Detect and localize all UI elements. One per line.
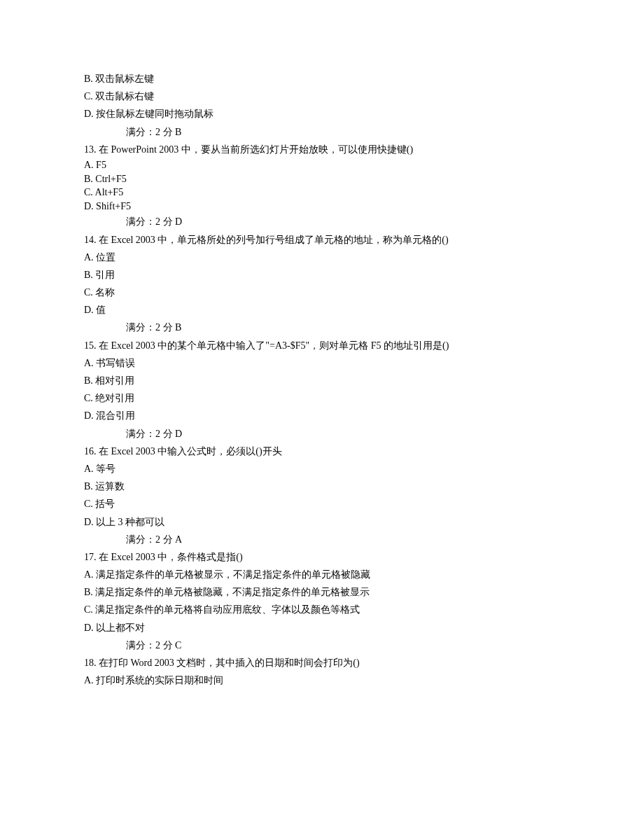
text-line: A. 等号 <box>84 460 560 478</box>
text-line: A. 打印时系统的实际日期和时间 <box>84 672 560 689</box>
text-line: 15. 在 Excel 2003 中的某个单元格中输入了"=A3-$F5"，则对… <box>84 337 560 354</box>
text-line: 满分：2 分 B <box>84 319 560 336</box>
text-line: 满分：2 分 D <box>84 213 560 230</box>
document-body: B. 双击鼠标左键C. 双击鼠标右键D. 按住鼠标左键同时拖动鼠标满分：2 分 … <box>84 70 560 689</box>
text-line: D. 混合引用 <box>84 407 560 424</box>
text-line: D. 值 <box>84 301 560 319</box>
text-line: 满分：2 分 D <box>84 425 560 443</box>
text-line: C. 名称 <box>84 284 560 301</box>
text-line: A. 位置 <box>84 249 560 266</box>
text-line: 13. 在 PowerPoint 2003 中，要从当前所选幻灯片开始放映，可以… <box>84 141 560 158</box>
text-line: D. 按住鼠标左键同时拖动鼠标 <box>84 105 560 123</box>
text-line: 17. 在 Excel 2003 中，条件格式是指() <box>84 548 560 566</box>
text-line: D. 以上 3 种都可以 <box>84 513 560 531</box>
text-line: 18. 在打印 Word 2003 文档时，其中插入的日期和时间会打印为() <box>84 654 560 672</box>
text-line: 满分：2 分 A <box>84 531 560 548</box>
text-line: D. 以上都不对 <box>84 619 560 637</box>
text-line: A. F5 <box>84 158 560 172</box>
text-line: B. 相对引用 <box>84 372 560 389</box>
text-line: 16. 在 Excel 2003 中输入公式时，必须以()开头 <box>84 443 560 460</box>
text-line: D. Shift+F5 <box>84 200 560 214</box>
text-line: C. 括号 <box>84 495 560 513</box>
text-line: 满分：2 分 B <box>84 123 560 141</box>
text-line: 满分：2 分 C <box>84 637 560 654</box>
text-line: C. 绝对引用 <box>84 389 560 407</box>
text-line: C. 双击鼠标右键 <box>84 88 560 105</box>
text-line: A. 满足指定条件的单元格被显示，不满足指定条件的单元格被隐藏 <box>84 566 560 583</box>
text-line: A. 书写错误 <box>84 354 560 372</box>
text-line: 14. 在 Excel 2003 中，单元格所处的列号加行号组成了单元格的地址，… <box>84 231 560 249</box>
text-line: B. 引用 <box>84 266 560 284</box>
text-line: C. 满足指定条件的单元格将自动应用底纹、字体以及颜色等格式 <box>84 601 560 618</box>
text-line: C. Alt+F5 <box>84 186 560 200</box>
text-line: B. 运算数 <box>84 478 560 495</box>
text-line: B. 双击鼠标左键 <box>84 70 560 88</box>
text-line: B. Ctrl+F5 <box>84 172 560 186</box>
text-line: B. 满足指定条件的单元格被隐藏，不满足指定条件的单元格被显示 <box>84 583 560 601</box>
